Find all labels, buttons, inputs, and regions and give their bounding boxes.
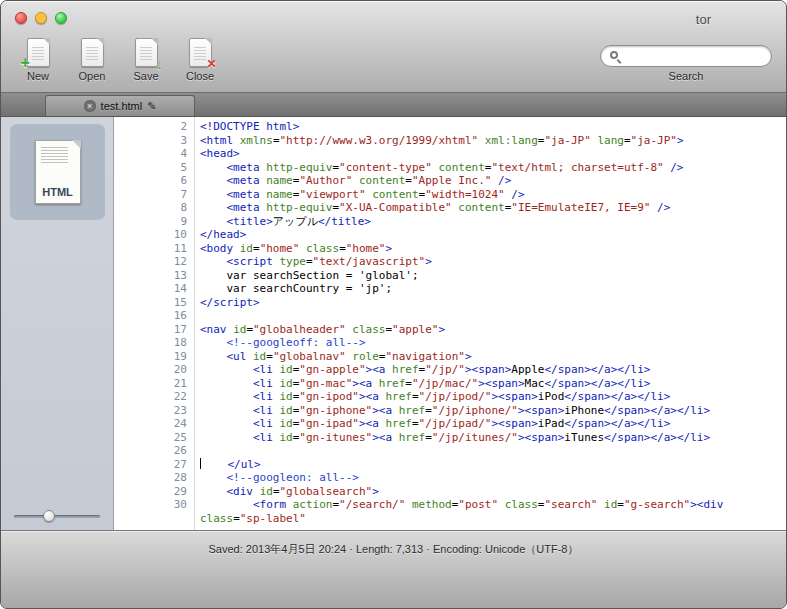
zoom-window-button[interactable] xyxy=(55,12,67,24)
tab-test-html[interactable]: × test.html ✎ xyxy=(45,95,195,116)
code-line[interactable]: <li id="gn-apple"><a href="/jp/"><span>A… xyxy=(194,363,650,377)
code-line[interactable]: <head> xyxy=(194,147,240,161)
code-line[interactable]: <script type="text/javascript"> xyxy=(194,255,432,269)
code-row: 25 <li id="gn-itunes"><a href="/jp/itune… xyxy=(114,431,786,445)
code-row: 11<body id="home" class="home"> xyxy=(114,242,786,256)
save-button-label: Save xyxy=(133,70,158,82)
titlebar[interactable]: tor xyxy=(1,1,786,35)
code-line[interactable]: <body id="home" class="home"> xyxy=(194,242,392,256)
code-row: 7 <meta name="viewport" content="width=1… xyxy=(114,188,786,202)
plus-badge-icon: + xyxy=(21,54,30,72)
code-line[interactable]: <meta http-equiv="content-type" content=… xyxy=(194,161,684,175)
code-line[interactable]: <li id="gn-ipad"><a href="/jp/ipad/"><sp… xyxy=(194,417,670,431)
code-line[interactable]: <li id="gn-itunes"><a href="/jp/itunes/"… xyxy=(194,431,710,445)
line-number xyxy=(114,512,194,526)
new-button-label: New xyxy=(27,70,49,82)
code-row: 16 xyxy=(114,309,786,323)
tab-label: test.html xyxy=(101,100,143,112)
code-line[interactable]: <!DOCTYPE html> xyxy=(194,120,299,134)
line-number: 26 xyxy=(114,444,194,458)
new-button[interactable]: + New xyxy=(15,38,61,82)
code-editor[interactable]: 2<!DOCTYPE html>3<html xmlns="http://www… xyxy=(114,117,786,530)
down-arrow-badge-icon: ↓ xyxy=(156,57,163,72)
code-line[interactable]: <li id="gn-mac"><a href="/jp/mac/"><span… xyxy=(194,377,650,391)
code-row: 14 var searchCountry = 'jp'; xyxy=(114,282,786,296)
thumbnail-zoom-slider[interactable] xyxy=(14,515,100,518)
code-line[interactable]: <form action="/search/" method="post" cl… xyxy=(194,498,730,512)
code-line[interactable]: <!--googleon: all--> xyxy=(194,471,359,485)
line-number: 14 xyxy=(114,282,194,296)
open-document-icon xyxy=(81,38,104,67)
html-file-thumbnail: HTML xyxy=(35,140,81,204)
line-number: 2 xyxy=(114,120,194,134)
line-number: 22 xyxy=(114,390,194,404)
line-number: 8 xyxy=(114,201,194,215)
code-line[interactable]: <html xmlns="http://www.w3.org/1999/xhtm… xyxy=(194,134,684,148)
main-content: HTML t 2<!DOCTYPE html>3<html xmlns="htt… xyxy=(1,117,786,530)
code-row: 21 <li id="gn-mac"><a href="/jp/mac/"><s… xyxy=(114,377,786,391)
tab-close-icon[interactable]: × xyxy=(84,100,96,112)
line-number: 3 xyxy=(114,134,194,148)
open-button[interactable]: Open xyxy=(69,38,115,82)
line-number: 28 xyxy=(114,471,194,485)
code-line[interactable]: <ul id="globalnav" role="navigation"> xyxy=(194,350,472,364)
new-document-icon: + xyxy=(27,38,50,67)
code-row: 18 <!--googleoff: all--> xyxy=(114,336,786,350)
status-bar: Saved: 2013年4月5日 20:24 · Length: 7,313 ·… xyxy=(1,530,786,608)
code-line[interactable]: <title>アップル</title> xyxy=(194,215,371,229)
code-row: 9 <title>アップル</title> xyxy=(114,215,786,229)
code-line[interactable]: <meta http-equiv="X-UA-Compatible" conte… xyxy=(194,201,670,215)
line-number: 4 xyxy=(114,147,194,161)
window-chrome: tor + New Open ↓ Save ✕ Close xyxy=(1,1,786,93)
code-line[interactable]: var searchSection = 'global'; xyxy=(194,269,419,283)
code-line[interactable]: </script> xyxy=(194,296,260,310)
slider-thumb[interactable] xyxy=(43,510,55,522)
line-number: 30 xyxy=(114,498,194,512)
line-number: 16 xyxy=(114,309,194,323)
line-number: 9 xyxy=(114,215,194,229)
save-button[interactable]: ↓ Save xyxy=(123,38,169,82)
code-row: 15</script> xyxy=(114,296,786,310)
open-button-label: Open xyxy=(79,70,106,82)
thumbnail-filetype-label: HTML xyxy=(36,186,80,198)
tab-bar: × test.html ✎ xyxy=(1,93,786,117)
search-field[interactable] xyxy=(600,45,772,67)
close-window-button[interactable] xyxy=(15,12,27,24)
close-button[interactable]: ✕ Close xyxy=(177,38,223,82)
code-line[interactable]: <nav id="globalheader" class="apple"> xyxy=(194,323,445,337)
code-line[interactable] xyxy=(194,444,200,458)
line-number: 7 xyxy=(114,188,194,202)
status-text: Saved: 2013年4月5日 20:24 · Length: 7,313 ·… xyxy=(209,543,579,555)
code-line[interactable]: <li id="gn-ipod"><a href="/jp/ipod/"><sp… xyxy=(194,390,670,404)
code-row: 20 <li id="gn-apple"><a href="/jp/"><spa… xyxy=(114,363,786,377)
code-row: 8 <meta http-equiv="X-UA-Compatible" con… xyxy=(114,201,786,215)
line-number: 27 xyxy=(114,458,194,472)
code-row: 12 <script type="text/javascript"> xyxy=(114,255,786,269)
x-badge-icon: ✕ xyxy=(206,57,216,71)
code-row: 30 <form action="/search/" method="post"… xyxy=(114,498,786,512)
code-line[interactable]: <!--googleoff: all--> xyxy=(194,336,366,350)
minimize-window-button[interactable] xyxy=(35,12,47,24)
code-line[interactable]: </head> xyxy=(194,228,246,242)
code-line[interactable]: var searchCountry = 'jp'; xyxy=(194,282,392,296)
window-controls xyxy=(15,12,67,24)
search-input[interactable] xyxy=(627,47,769,65)
code-row: 24 <li id="gn-ipad"><a href="/jp/ipad/">… xyxy=(114,417,786,431)
code-line[interactable]: <meta name="Author" content="Apple Inc."… xyxy=(194,174,511,188)
code-line[interactable]: class="sp-label" xyxy=(194,512,306,526)
code-line[interactable]: <li id="gn-iphone"><a href="/jp/iphone/"… xyxy=(194,404,710,418)
code-row: 23 <li id="gn-iphone"><a href="/jp/iphon… xyxy=(114,404,786,418)
code-line[interactable]: <div id="globalsearch"> xyxy=(194,485,379,499)
line-number: 17 xyxy=(114,323,194,337)
search-icon xyxy=(610,51,618,59)
code-line[interactable]: </ul> xyxy=(194,458,261,472)
code-line[interactable] xyxy=(194,309,200,323)
code-line[interactable]: <meta name="viewport" content="width=102… xyxy=(194,188,525,202)
line-number: 10 xyxy=(114,228,194,242)
window-title-fragment: tor xyxy=(696,12,711,27)
editor-window: tor + New Open ↓ Save ✕ Close xyxy=(0,0,787,609)
close-button-label: Close xyxy=(186,70,214,82)
code-row: 28 <!--googleon: all--> xyxy=(114,471,786,485)
sidebar: HTML xyxy=(1,117,114,530)
file-thumbnail-item[interactable]: HTML xyxy=(10,124,105,220)
